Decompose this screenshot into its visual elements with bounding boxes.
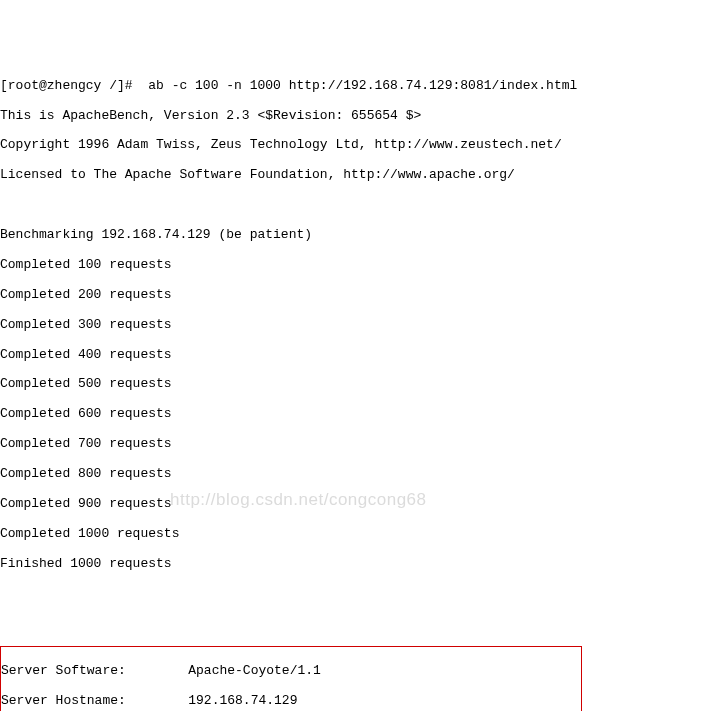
blank-line: [0, 198, 723, 213]
command-line: [root@zhengcy /]# ab -c 100 -n 1000 http…: [0, 79, 723, 94]
header-line: This is ApacheBench, Version 2.3 <$Revis…: [0, 109, 723, 124]
header-line: Copyright 1996 Adam Twiss, Zeus Technolo…: [0, 138, 723, 153]
progress-line: Completed 600 requests: [0, 407, 723, 422]
progress-line: Completed 200 requests: [0, 288, 723, 303]
progress-line: Completed 500 requests: [0, 377, 723, 392]
progress-line: Completed 800 requests: [0, 467, 723, 482]
blank-line: [0, 616, 723, 631]
progress-line: Completed 300 requests: [0, 318, 723, 333]
progress-line: Completed 900 requests: [0, 497, 723, 512]
server-software: Server Software: Apache-Coyote/1.1: [1, 664, 581, 679]
progress-line: Completed 1000 requests: [0, 527, 723, 542]
progress-line: Completed 700 requests: [0, 437, 723, 452]
header-line: Licensed to The Apache Software Foundati…: [0, 168, 723, 183]
benchmark-intro: Benchmarking 192.168.74.129 (be patient): [0, 228, 723, 243]
server-hostname: Server Hostname: 192.168.74.129: [1, 694, 581, 709]
progress-line: Completed 100 requests: [0, 258, 723, 273]
blank-line: [0, 587, 723, 602]
terminal-output: [root@zhengcy /]# ab -c 100 -n 1000 http…: [0, 60, 723, 711]
progress-line: Finished 1000 requests: [0, 557, 723, 572]
server-info-box: Server Software: Apache-Coyote/1.1 Serve…: [0, 646, 582, 711]
progress-line: Completed 400 requests: [0, 348, 723, 363]
